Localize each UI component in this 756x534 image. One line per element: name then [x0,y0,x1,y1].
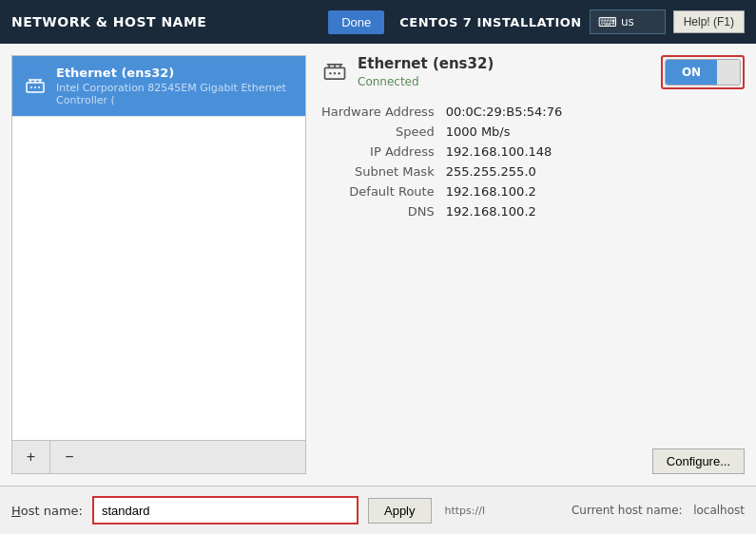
help-button[interactable]: Help! (F1) [673,10,745,33]
current-hostname: Current host name: localhost [572,504,745,517]
dns-label: DNS [321,204,435,219]
dns-value: 192.168.100.2 [446,204,745,219]
device-details-panel: Ethernet (ens32) Connected ON Hardware A… [321,55,745,474]
apply-button[interactable]: Apply [368,498,432,524]
hostname-label: Host name: [11,504,83,518]
device-name-row: Ethernet (ens32) Connected [321,55,494,88]
bottom-bar: Host name: Apply https://l Current host … [0,486,756,534]
device-name: Ethernet (ens32) [56,66,294,80]
detail-device-name: Ethernet (ens32) [358,55,494,72]
subnet-mask-value: 255.255.255.0 [446,164,745,179]
default-route-value: 192.168.100.2 [446,184,745,199]
done-button[interactable]: Done [328,10,384,34]
device-status: Connected [358,75,494,88]
ethernet-icon [24,73,47,100]
svg-point-15 [339,72,340,74]
current-hostname-label: Current host name: [572,504,683,517]
device-name-info: Ethernet (ens32) Connected [358,55,494,88]
device-list-buttons: + − [11,441,306,474]
keyboard-icon: ⌨ [598,14,617,29]
configure-button[interactable]: Configure... [652,448,745,474]
installation-label: CENTOS 7 INSTALLATION [399,15,581,29]
svg-point-14 [334,72,336,74]
current-hostname-value: localhost [693,504,745,517]
hardware-address-label: Hardware Address [321,105,435,119]
hostname-input[interactable] [92,496,359,524]
toggle-container[interactable]: ON [661,55,745,89]
svg-point-13 [329,72,331,74]
subnet-mask-label: Subnet Mask [321,164,435,179]
device-info: Ethernet (ens32) Intel Corporation 82545… [56,66,294,106]
svg-point-7 [38,86,40,88]
network-toggle[interactable]: ON [665,59,741,86]
configure-btn-row: Configure... [321,448,745,474]
device-list-panel: Ethernet (ens32) Intel Corporation 82545… [11,55,306,474]
speed-value: 1000 Mb/s [446,124,745,139]
language-selector[interactable]: ⌨ us [590,10,666,34]
lang-value: us [621,15,634,29]
url-hint: https://l [445,505,486,517]
speed-label: Speed [321,124,435,139]
device-list: Ethernet (ens32) Intel Corporation 82545… [11,55,306,441]
svg-point-6 [34,86,36,88]
details-table: Hardware Address 00:0C:29:B5:54:76 Speed… [321,105,745,219]
page-title: NETWORK & HOST NAME [11,14,206,29]
list-item[interactable]: Ethernet (ens32) Intel Corporation 82545… [12,56,305,117]
network-area: Ethernet (ens32) Intel Corporation 82545… [0,44,756,486]
detail-header: Ethernet (ens32) Connected ON [321,55,745,89]
device-subtitle: Intel Corporation 82545EM Gigabit Ethern… [56,82,294,106]
ip-address-value: 192.168.100.148 [446,144,745,159]
ip-address-label: IP Address [321,144,435,159]
main-content: Ethernet (ens32) Intel Corporation 82545… [0,44,756,534]
detail-ethernet-icon [321,59,348,86]
add-device-button[interactable]: + [12,441,50,473]
toggle-on-label: ON [666,60,717,85]
remove-device-button[interactable]: − [50,441,88,473]
hardware-address-value: 00:0C:29:B5:54:76 [446,105,745,119]
hostname-label-underline-h: H [11,504,21,518]
header-right: Done CENTOS 7 INSTALLATION ⌨ us Help! (F… [328,10,745,34]
toggle-off-space [717,60,740,85]
svg-point-5 [30,86,32,88]
header: NETWORK & HOST NAME Done CENTOS 7 INSTAL… [0,0,756,44]
default-route-label: Default Route [321,184,435,199]
